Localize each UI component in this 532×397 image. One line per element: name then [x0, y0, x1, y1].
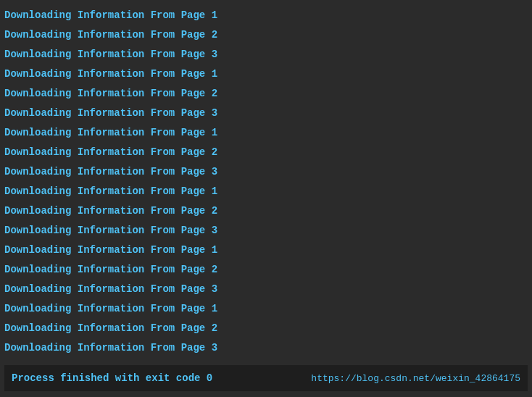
console-line: Downloading Information From Page 2: [4, 260, 528, 280]
console-line: Downloading Information From Page 1: [4, 299, 528, 319]
console-line: Downloading Information From Page 1: [4, 64, 528, 84]
exit-status: Process finished with exit code 0: [12, 372, 212, 384]
console-line: Downloading Information From Page 3: [4, 280, 528, 299]
console-line: Downloading Information From Page 3: [4, 45, 528, 64]
console-line: Downloading Information From Page 2: [4, 143, 528, 162]
console-line: Downloading Information From Page 2: [4, 25, 528, 45]
console-line: Downloading Information From Page 3: [4, 338, 528, 358]
status-bar: Process finished with exit code 0 https:…: [4, 365, 528, 391]
console-line: Downloading Information From Page 2: [4, 319, 528, 338]
console-line: Downloading Information From Page 1: [4, 182, 528, 201]
console-line: Downloading Information From Page 1: [4, 241, 528, 260]
source-url: https://blog.csdn.net/weixin_42864175: [311, 373, 520, 384]
console-line: Downloading Information From Page 3: [4, 221, 528, 241]
console-line: Downloading Information From Page 3: [4, 162, 528, 182]
console-line: Downloading Information From Page 2: [4, 84, 528, 104]
console-line: Downloading Information From Page 1: [4, 123, 528, 143]
console-line: Downloading Information From Page 1: [4, 6, 528, 25]
console-line: Downloading Information From Page 3: [4, 104, 528, 123]
output-area: Downloading Information From Page 1Downl…: [4, 6, 528, 365]
console-window: Downloading Information From Page 1Downl…: [0, 0, 532, 397]
console-line: Downloading Information From Page 2: [4, 201, 528, 221]
